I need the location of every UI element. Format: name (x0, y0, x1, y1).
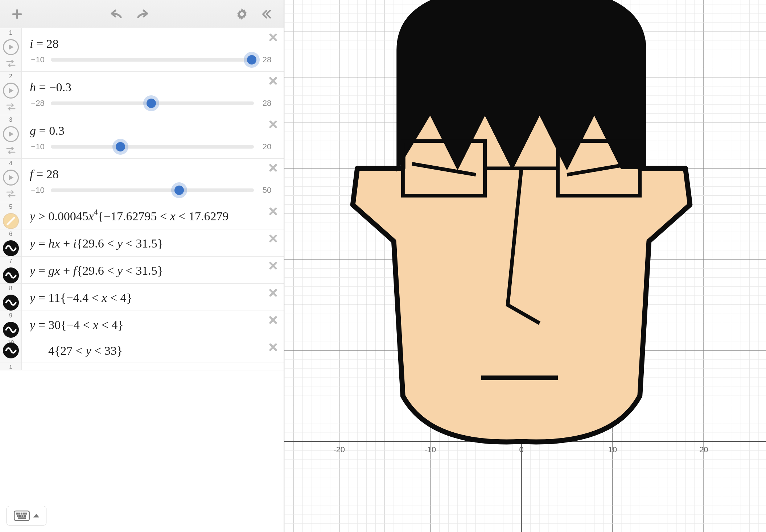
graph-plot (202, 0, 749, 500)
svg-rect-6 (25, 513, 27, 514)
svg-line-0 (7, 217, 15, 225)
keyboard-toggle[interactable] (7, 506, 46, 525)
svg-rect-4 (21, 513, 22, 514)
wave-icon (5, 270, 17, 281)
slider-min[interactable]: −10 (30, 142, 46, 151)
expression-index-col: 10 (0, 338, 22, 362)
wave-icon (5, 242, 17, 254)
expression-index: 7 (9, 258, 12, 265)
region-icon (5, 216, 16, 226)
svg-rect-9 (22, 515, 23, 517)
svg-rect-3 (18, 513, 20, 514)
redo-icon (135, 8, 149, 20)
play-icon (8, 87, 14, 94)
play-icon (8, 131, 14, 137)
shuffle-icon (5, 146, 16, 154)
expression-index-col: 2 (0, 72, 22, 115)
slider-loop-toggle[interactable] (5, 146, 16, 156)
expression-color-swatch[interactable] (3, 295, 19, 311)
play-icon (8, 44, 14, 50)
play-button[interactable] (3, 170, 19, 186)
play-icon (8, 174, 14, 181)
expression-index: 3 (9, 117, 12, 123)
expression-index: 6 (9, 231, 12, 237)
expression-color-swatch[interactable] (3, 213, 19, 229)
expression-index: 8 (9, 285, 12, 292)
expression-index-col: 4 (0, 159, 22, 202)
expression-index-col: 5 (0, 202, 22, 229)
redo-button[interactable] (131, 4, 152, 25)
add-button[interactable] (7, 4, 28, 25)
shuffle-icon (5, 103, 16, 111)
expression-index-col: 3 (0, 115, 22, 158)
undo-button[interactable] (107, 4, 128, 25)
svg-rect-5 (23, 513, 25, 514)
expression-index-col: 1 (0, 28, 22, 71)
slider-thumb[interactable] (147, 99, 156, 108)
expression-index: 5 (9, 204, 12, 210)
slider-loop-toggle[interactable] (5, 59, 16, 69)
expression-index-col: 8 (0, 284, 22, 311)
slider-thumb[interactable] (174, 186, 184, 195)
wave-icon (5, 345, 17, 356)
play-button[interactable] (3, 39, 19, 55)
slider-thumb[interactable] (116, 142, 125, 151)
slider-min[interactable]: −28 (30, 99, 46, 108)
svg-rect-2 (16, 513, 17, 514)
slider-loop-toggle[interactable] (5, 103, 16, 112)
plus-icon (11, 8, 23, 20)
undo-icon (110, 8, 124, 20)
caret-up-icon (33, 513, 39, 519)
expression-index: 9 (9, 312, 12, 319)
play-button[interactable] (3, 126, 19, 142)
expression-index-col: 9 (0, 311, 22, 338)
svg-rect-8 (20, 515, 21, 517)
wave-icon (5, 297, 17, 308)
keyboard-icon (14, 510, 30, 521)
graph-area[interactable]: -30-20-1001020 (284, 0, 766, 532)
expression-index-col: 7 (0, 257, 22, 283)
expression-color-swatch[interactable] (3, 322, 19, 338)
expression-index-col: 6 (0, 229, 22, 256)
slider-min[interactable]: −10 (30, 55, 46, 65)
wave-icon (5, 324, 17, 336)
svg-rect-11 (18, 518, 26, 519)
shuffle-icon (5, 59, 16, 67)
svg-rect-7 (17, 515, 18, 517)
expression-index: 4 (9, 160, 12, 167)
expression-index: 1 (9, 30, 12, 36)
expression-color-swatch[interactable] (3, 342, 19, 358)
expression-color-swatch[interactable] (3, 240, 19, 256)
slider-min[interactable]: −10 (30, 186, 46, 195)
play-button[interactable] (3, 83, 19, 99)
shuffle-icon (5, 190, 16, 198)
slider-loop-toggle[interactable] (5, 190, 16, 199)
expression-index: 2 (9, 73, 12, 80)
expression-color-swatch[interactable] (3, 267, 19, 283)
svg-rect-10 (24, 515, 25, 517)
